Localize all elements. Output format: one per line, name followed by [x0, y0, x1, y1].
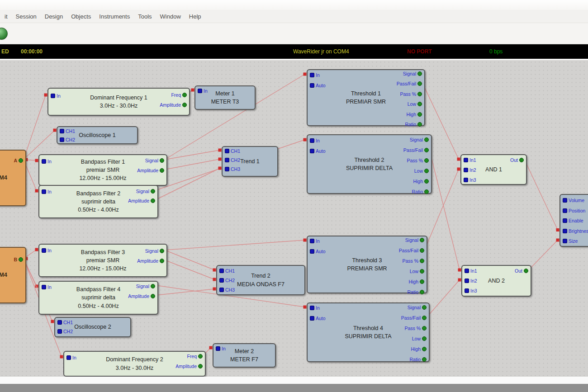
th4-port-auto[interactable]: Auto [310, 316, 326, 321]
th4-port-pass-fail[interactable]: Pass/Fail [401, 316, 427, 321]
th2-port-low[interactable]: Low [414, 169, 429, 174]
osc1-port-ch1[interactable]: CH1 [60, 129, 75, 134]
input-dot-icon[interactable] [563, 208, 567, 213]
and-1[interactable]: AND 1In1In2In3Out [460, 154, 527, 185]
output-dot-icon[interactable] [151, 284, 155, 288]
input-dot-icon[interactable] [216, 346, 220, 351]
threshold-4[interactable]: Threshold 4SUPRIMIR DELTAInAutoSignalPas… [307, 302, 430, 362]
th3-port-low[interactable]: Low [410, 269, 424, 274]
output-dot-icon[interactable] [420, 248, 424, 253]
media-output[interactable]: VolumePositionEnableBrightnessSize [560, 194, 588, 247]
input-dot-icon[interactable] [465, 269, 469, 273]
and-2[interactable]: AND 2In1In2In3Out [461, 265, 531, 297]
bf2-port-signal[interactable]: Signal [136, 189, 155, 194]
input-dot-icon[interactable] [464, 178, 468, 182]
input-dot-icon[interactable] [57, 320, 62, 325]
trend-2[interactable]: Trend 2MEDIA ONDAS F7CH1CH2CH3 [216, 265, 305, 295]
output-dot-icon[interactable] [422, 357, 427, 362]
output-dot-icon[interactable] [424, 169, 429, 173]
bf4-port-signal[interactable]: Signal [136, 284, 155, 289]
th1-port-signal[interactable]: Signal [403, 71, 422, 76]
menu-item-instruments[interactable]: Instruments [95, 11, 134, 22]
th3-port-pass-[interactable]: Pass % [402, 259, 424, 264]
th4-port-pass-[interactable]: Pass % [404, 326, 427, 331]
output-dot-icon[interactable] [417, 102, 422, 106]
df2-port-freq[interactable]: Freq [187, 354, 203, 359]
input-dot-icon[interactable] [310, 73, 314, 77]
th4-port-high[interactable]: High [411, 347, 427, 352]
output-dot-icon[interactable] [422, 316, 427, 320]
input-dot-icon[interactable] [225, 158, 229, 162]
output-dot-icon[interactable] [19, 158, 23, 163]
output-dot-icon[interactable] [417, 81, 422, 86]
osc2-port-ch2[interactable]: CH2 [57, 329, 73, 334]
input-dot-icon[interactable] [464, 158, 468, 162]
media-port-brightness[interactable]: Brightness [563, 228, 588, 233]
input-dot-icon[interactable] [310, 83, 314, 88]
media-port-position[interactable]: Position [563, 208, 585, 213]
output-dot-icon[interactable] [420, 279, 424, 284]
output-dot-icon[interactable] [424, 148, 429, 152]
bf4-port-in[interactable]: In [42, 285, 52, 290]
trend2-port-ch1[interactable]: CH1 [219, 269, 235, 274]
input-dot-icon[interactable] [465, 288, 469, 293]
trend1-port-ch2[interactable]: CH2 [225, 158, 240, 163]
media-port-size[interactable]: Size [563, 239, 578, 244]
input-dot-icon[interactable] [51, 94, 55, 98]
input-dot-icon[interactable] [57, 329, 62, 334]
trend-1[interactable]: Trend 1CH1CH2CH3 [222, 146, 278, 177]
output-dot-icon[interactable] [151, 198, 155, 203]
output-dot-icon[interactable] [160, 158, 164, 163]
input-dot-icon[interactable] [42, 159, 46, 164]
and1-port-in1[interactable]: In1 [464, 158, 476, 163]
th4-port-ratio[interactable]: Ratio [409, 357, 427, 362]
trend2-port-ch2[interactable]: CH2 [219, 278, 235, 283]
design-canvas[interactable]: M4AM4BDominant Frequency 13.0Hz - 30.0Hz… [0, 60, 588, 377]
th3-port-pass-fail[interactable]: Pass/Fail [399, 248, 424, 253]
th3-port-signal[interactable]: Signal [405, 238, 424, 243]
input-dot-icon[interactable] [225, 167, 229, 171]
dominant-frequency-1[interactable]: Dominant Frequency 13.0Hz - 30.0HzInFreq… [47, 88, 190, 116]
menu-item-help[interactable]: Help [185, 11, 205, 22]
meter-2[interactable]: Meter 2METER F7In [213, 343, 276, 368]
output-dot-icon[interactable] [182, 93, 187, 97]
output-dot-icon[interactable] [417, 71, 422, 76]
input-dot-icon[interactable] [464, 168, 468, 172]
input-dot-icon[interactable] [563, 218, 567, 223]
output-dot-icon[interactable] [420, 238, 424, 242]
th3-port-auto[interactable]: Auto [310, 249, 326, 254]
th1-port-high[interactable]: High [406, 112, 422, 117]
and1-port-in2[interactable]: In2 [464, 168, 476, 173]
output-dot-icon[interactable] [424, 137, 429, 142]
output-dot-icon[interactable] [160, 259, 164, 263]
th3-port-in[interactable]: In [310, 239, 320, 244]
output-dot-icon[interactable] [422, 305, 427, 310]
bandpass-filter-2[interactable]: Bandpass Filter 2suprimir delta0.50Hz - … [38, 185, 158, 218]
output-dot-icon[interactable] [424, 189, 429, 194]
meter1-port-in[interactable]: In [198, 89, 208, 94]
df1-port-amplitude[interactable]: Amplitude [160, 103, 187, 108]
media-port-enable[interactable]: Enable [563, 218, 583, 223]
output-dot-icon[interactable] [417, 112, 422, 117]
df1-port-freq[interactable]: Freq [171, 93, 187, 98]
trend2-port-ch3[interactable]: CH3 [219, 288, 235, 293]
input-dot-icon[interactable] [219, 288, 224, 292]
threshold-3[interactable]: Threshold 3PREMIAR SMRInAutoSignalPass/F… [307, 236, 427, 293]
output-dot-icon[interactable] [424, 158, 429, 163]
bf1-port-amplitude[interactable]: Amplitude [137, 168, 164, 173]
output-dot-icon[interactable] [151, 294, 155, 298]
input-dot-icon[interactable] [42, 248, 46, 253]
threshold-1[interactable]: Threshold 1PREMIAR SMRInAutoSignalPass/F… [307, 69, 425, 126]
output-dot-icon[interactable] [422, 336, 427, 341]
th3-port-high[interactable]: High [408, 279, 424, 284]
th1-port-pass-fail[interactable]: Pass/Fail [397, 81, 422, 86]
osc2-port-ch1[interactable]: CH1 [57, 320, 73, 325]
bandpass-filter-3[interactable]: Bandpass Filter 3premiar SMR12.00Hz - 15… [38, 244, 167, 277]
input-dot-icon[interactable] [310, 306, 314, 310]
input-dot-icon[interactable] [563, 239, 567, 243]
media-port-volume[interactable]: Volume [563, 198, 584, 203]
and2-port-in3[interactable]: In3 [465, 288, 477, 293]
th4-port-low[interactable]: Low [412, 336, 427, 341]
th1-port-auto[interactable]: Auto [310, 83, 326, 88]
meter-1[interactable]: Meter 1METER T3In [194, 85, 256, 110]
